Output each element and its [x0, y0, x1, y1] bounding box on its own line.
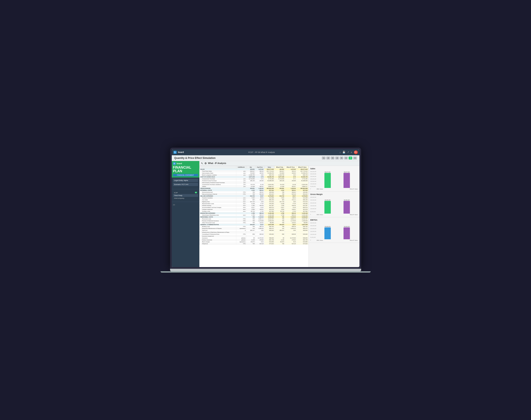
table-row: Consulting & Professional feesFTE659828.… [199, 233, 308, 235]
table-cell-value [264, 235, 275, 237]
tab-2[interactable]: 2 [326, 157, 330, 160]
table-cell-value [297, 231, 308, 233]
table-cell-value [236, 176, 246, 178]
table-cell-label: External personnel [199, 191, 236, 193]
table-cell-value: 476,252 [264, 203, 275, 205]
table-cell-value: 639,762 [297, 225, 308, 227]
sidebar-section-icip: IC/IP 1 Third Party Intercompany [172, 190, 199, 201]
table-cell-label: EXTERNAL COSTS [199, 189, 236, 191]
table-cell-value: -2,624,261 [297, 183, 308, 185]
ebitda-bdg-bar [324, 227, 331, 239]
settings-icon[interactable]: ⚙ [204, 162, 207, 165]
table-cell-value: 260.62 [285, 191, 297, 193]
table-cell-value [275, 231, 285, 233]
table-cell-label: Consulting & Professional fees [199, 233, 236, 235]
table-cell-value: -1,028,750 [275, 174, 285, 176]
ebitda-y-axis: 300,000,000 250,000,000 200,000,000 150,… [310, 222, 316, 241]
table-cell-value: 254,024 [275, 224, 285, 225]
table-cell-label: Accommodation and food charges [199, 206, 236, 208]
table-cell-value: 572,413 [297, 201, 308, 203]
table-cell-value: 12,470.95 [255, 237, 264, 239]
main-layout: b board FINANCIALPLAN FINANCIAL STATEMEN… [172, 161, 359, 267]
table-cell-value: 484.34 [285, 170, 297, 172]
table-cell-value: 828.38 [255, 233, 264, 235]
gm-whatif-group: 262,981,904 [338, 199, 356, 214]
table-cell-value: 237,770,015 [297, 170, 308, 172]
sales-whatif-value: 309,377,632 [344, 171, 350, 173]
table-cell-value [264, 231, 275, 233]
avatar[interactable]: PC [354, 150, 358, 154]
table-cell-value: 184,831 [246, 168, 255, 170]
share-icon[interactable]: ↗ [347, 151, 349, 154]
table-cell-value: 6,158 [246, 203, 255, 205]
cursor-icon[interactable]: ↖ [201, 162, 203, 165]
table-cell-value: FTE [236, 220, 246, 222]
table-row: Accommodation and food chargesnum6,91774… [199, 206, 308, 208]
table-row: SELLING EXPENSES212,73220.574,376,924212… [199, 195, 308, 197]
sidebar-ic-ip[interactable]: IC/IP 1 [173, 191, 198, 194]
tab-7[interactable]: 7 [349, 157, 352, 160]
table-row: PERSONNEL COSTS7067,134.035,036,6257067,… [199, 216, 308, 218]
gm-bdg-bar-wrapper: 262,981,904 [324, 199, 331, 214]
th-qty: Qty [246, 166, 255, 168]
table-cell-label: Pension & National insurance [199, 220, 236, 222]
tab-5[interactable]: 5 [340, 157, 343, 160]
tab-6[interactable]: 6 [344, 157, 348, 160]
table-cell-value: -658,749 [297, 174, 308, 176]
table-cell-value: cars [236, 197, 246, 199]
table-row: MARKETING EXPENSES1,789693.191,240,1081,… [199, 212, 308, 214]
table-cell-value: FTE [236, 225, 246, 227]
ebitda-bdg-bar-wrapper: 245,832,976 [324, 226, 331, 239]
sidebar-item-third-party[interactable]: Third Party [173, 194, 198, 197]
table-cell-value: 653,324 [297, 193, 308, 195]
tab-4[interactable]: 4 [335, 157, 339, 160]
table-cell-value: 109,377,643 [297, 168, 308, 170]
tab-1[interactable]: 1 [322, 157, 326, 160]
sidebar-scenario[interactable]: Scenario: FCT 3+9 [173, 183, 198, 186]
table-row: Vehicles leasingnum1,182449.46531,2671,1… [199, 205, 308, 206]
table-cell-value: 6,719,000 [246, 178, 255, 180]
table-cell-value: 695,150 [264, 199, 275, 201]
table-cell-value: 964 [246, 199, 255, 201]
table-cell-value: 449.46 [285, 205, 297, 206]
table-cell-value: 74.25 [285, 206, 297, 208]
table-cell-value: 1,789 [246, 214, 255, 216]
sidebar: b board FINANCIALPLAN FINANCIAL STATEMEN… [172, 161, 199, 267]
th-whatif-qty: What-IF Qty [275, 166, 285, 168]
tab-8[interactable]: 8 [353, 157, 357, 160]
table-cell-value: 461,878 [297, 208, 308, 210]
menu-icon[interactable]: ≡ [351, 151, 352, 154]
sidebar-legal-entity[interactable]: Legal Entity: Alpha [173, 179, 198, 182]
table-cell-label: Car rental [199, 199, 236, 201]
table-cell-value: 109,377,643 [264, 168, 275, 170]
table-cell-value: 598,605 [264, 237, 275, 239]
table-cell-value [236, 216, 246, 218]
sidebar-item-intercompany[interactable]: Intercompany [173, 197, 198, 200]
table-cell-value: 51.38 [285, 183, 297, 185]
table-row: Highway feesnum157,7103.63572,413157,710… [199, 201, 308, 203]
table-cell-value: 7,134.03 [285, 216, 297, 218]
data-charts-row: UoM/Month Qty Avg Price Value What-IF Qt… [199, 166, 359, 267]
sidebar-logo-b: b [173, 162, 176, 165]
tab-3[interactable]: 3 [331, 157, 334, 160]
table-cell-value: 8.23 [255, 241, 264, 243]
data-table-container[interactable]: UoM/Month Qty Avg Price Value What-IF Qt… [199, 166, 309, 267]
table-cell-value: 531,267 [297, 205, 308, 206]
table-cell-value: 7,502 [275, 197, 285, 199]
table-cell-value: 1,539,003 [264, 220, 275, 222]
table-cell-value: 490,602 [297, 229, 308, 231]
table-cell-label: Canteen expenses [199, 208, 236, 210]
table-cell-label: Fuel & oil [199, 229, 236, 231]
table-cell-value: 5,657,948 [264, 224, 275, 225]
table-cell-value: 2,179.89 [255, 220, 264, 222]
home-icon[interactable]: ⌂ [339, 151, 341, 154]
save-icon[interactable]: 💾 [343, 151, 345, 154]
table-cell-value: 262,981,908 [297, 187, 308, 189]
table-row: Advertising & Marketing costsnum1,789693… [199, 214, 308, 216]
table-cell-value: 3,410,767 [264, 218, 275, 220]
table-cell-label: Ancillary costs [199, 210, 236, 212]
table-cell-value: 185,417 [246, 229, 255, 231]
table-row: Third-Party Salespcs490,917484.34237,770… [199, 170, 308, 172]
ebitda-bdg-value: 245,832,976 [325, 226, 330, 227]
table-row: Work in progress variationpcs-1,028,7500… [199, 174, 308, 176]
